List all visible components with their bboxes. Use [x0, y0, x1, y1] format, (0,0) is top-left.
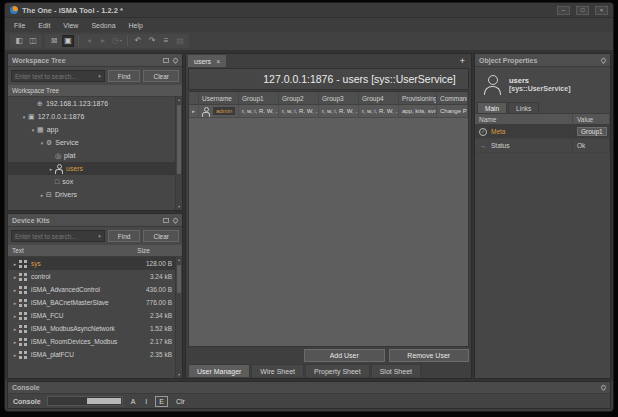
- group3-cell[interactable]: r, w, i, R, W, ...: [319, 105, 359, 117]
- expander-icon[interactable]: ▾: [20, 114, 28, 120]
- back-icon[interactable]: ◂: [83, 35, 95, 47]
- tree-node-users[interactable]: ▸ users: [8, 162, 175, 175]
- expander-icon[interactable]: ▸: [11, 326, 19, 332]
- expander-icon[interactable]: ▾: [29, 127, 37, 133]
- expander-icon[interactable]: ▸: [11, 287, 19, 293]
- forward-icon[interactable]: ▸: [97, 35, 109, 47]
- tab-user-manager[interactable]: User Manager: [188, 364, 250, 377]
- add-user-button[interactable]: Add User: [304, 349, 385, 362]
- device-kits-search-input[interactable]: [15, 233, 98, 240]
- scrollbar-thumb[interactable]: [177, 105, 181, 174]
- expander-icon[interactable]: ▸: [11, 339, 19, 345]
- username-column-header[interactable]: Username: [199, 92, 239, 104]
- remove-user-button[interactable]: Remove User: [389, 349, 470, 362]
- float-panel-icon[interactable]: [163, 58, 169, 63]
- kit-row-control[interactable]: ▸ control 3.24 kB: [8, 270, 175, 283]
- expander-icon[interactable]: ▾: [38, 140, 46, 146]
- meta-value-dropdown[interactable]: Group1: [577, 127, 607, 136]
- tree-node-plat[interactable]: ◎ plat: [8, 149, 175, 162]
- property-row-status[interactable]: →Status Ok: [475, 139, 610, 153]
- kit-row-advanced-control[interactable]: ▸ iSMA_AdvancedControl 436.00 B: [8, 283, 175, 296]
- tree-node-localhost[interactable]: ▾ ▣ 127.0.0.1:1876: [8, 110, 175, 123]
- group1-cell[interactable]: r, w, i, R, W, ...: [239, 105, 279, 117]
- expander-icon[interactable]: ▸: [11, 261, 19, 267]
- pin-icon[interactable]: [172, 56, 179, 63]
- group2-column-header[interactable]: Group2: [279, 92, 319, 104]
- menu-file[interactable]: File: [14, 22, 25, 29]
- minimize-button[interactable]: –: [557, 6, 570, 15]
- device-kits-clear-button[interactable]: Clear: [143, 230, 179, 242]
- tree-node-app[interactable]: ▾ ▦ app: [8, 123, 175, 136]
- expander-icon[interactable]: ▸: [47, 166, 55, 172]
- close-button[interactable]: ×: [595, 6, 608, 15]
- group2-cell[interactable]: r, w, i, R, W, ...: [279, 105, 319, 117]
- property-row-meta[interactable]: ✓Meta Group1: [475, 125, 610, 139]
- provisioning-column-header[interactable]: Provisioning...: [399, 92, 437, 104]
- tab-slot-sheet[interactable]: Slot Sheet: [371, 364, 421, 377]
- add-tab-button[interactable]: +: [456, 55, 469, 67]
- redo-icon[interactable]: ↷: [146, 35, 158, 47]
- commands-column-header[interactable]: Commands: [437, 92, 468, 104]
- expander-icon[interactable]: ▸: [11, 274, 19, 280]
- menu-edit[interactable]: Edit: [38, 22, 50, 29]
- kit-row-room-devices[interactable]: ▸ iSMA_RoomDevices_Modbus 2.17 kB: [8, 335, 175, 348]
- list-icon[interactable]: ≡: [160, 35, 172, 47]
- device-kits-scrollbar[interactable]: ▴ ▾: [175, 257, 182, 378]
- menu-help[interactable]: Help: [129, 22, 143, 29]
- pin-icon[interactable]: [172, 216, 179, 223]
- tab-main[interactable]: Main: [477, 102, 507, 113]
- workspace-tree-clear-button[interactable]: Clear: [143, 70, 179, 82]
- console-info-button[interactable]: I: [143, 396, 149, 407]
- pin-icon[interactable]: [600, 384, 607, 391]
- console-clear-button[interactable]: Clr: [174, 396, 187, 407]
- expander-icon[interactable]: ▸: [11, 352, 19, 358]
- group1-column-header[interactable]: Group1: [239, 92, 279, 104]
- scroll-down-icon[interactable]: ▾: [178, 372, 180, 378]
- scrollbar-thumb[interactable]: [177, 265, 181, 293]
- tab-links[interactable]: Links: [508, 102, 539, 113]
- menu-view[interactable]: View: [63, 22, 78, 29]
- kit-row-platfcu[interactable]: ▸ iSMA_platFCU 2.35 kB: [8, 348, 175, 361]
- float-panel-icon[interactable]: [163, 218, 169, 223]
- user-row-admin[interactable]: ▸ admin r, w, i, R, W, ... r, w, i, R, W…: [189, 105, 468, 118]
- group4-column-header[interactable]: Group4: [359, 92, 399, 104]
- kit-row-modbus-async[interactable]: ▸ iSMA_ModbusAsyncNetwork 1.52 kB: [8, 322, 175, 335]
- console-all-button[interactable]: A: [129, 396, 138, 407]
- new-view-icon[interactable]: ◫: [27, 35, 39, 47]
- workspace-tree-scrollbar[interactable]: ▴ ▾: [175, 97, 182, 210]
- kit-row-bacnet[interactable]: ▸ iSMA_BACnetMasterSlave 776.00 B: [8, 296, 175, 309]
- undo-icon[interactable]: ↶: [132, 35, 144, 47]
- search-dropdown-icon[interactable]: ▾: [98, 73, 101, 79]
- kit-row-fcu[interactable]: ▸ iSMA_FCU 2.34 kB: [8, 309, 175, 322]
- workspace-tree-search-box[interactable]: ▾: [11, 70, 105, 82]
- tab-wire-sheet[interactable]: Wire Sheet: [251, 364, 304, 377]
- expander-icon[interactable]: ▸: [11, 313, 19, 319]
- group3-column-header[interactable]: Group3: [319, 92, 359, 104]
- workspace-tree-find-button[interactable]: Find: [108, 70, 141, 82]
- workspace-tree-search-input[interactable]: [15, 73, 98, 80]
- tree-node-sox[interactable]: □ sox: [8, 175, 175, 188]
- connect-icon[interactable]: ▣: [62, 35, 74, 47]
- device-kits-find-button[interactable]: Find: [108, 230, 141, 242]
- username-cell[interactable]: admin: [199, 105, 239, 117]
- history-icon[interactable]: ◷▾: [111, 35, 123, 47]
- expander-icon[interactable]: ▸: [11, 300, 19, 306]
- disconnect-icon[interactable]: ⊠: [48, 35, 60, 47]
- tree-node-service[interactable]: ▾ ⚙ Service: [8, 136, 175, 149]
- pin-icon[interactable]: [600, 56, 607, 63]
- print-icon[interactable]: ▤: [174, 35, 186, 47]
- device-kits-search-box[interactable]: ▾: [11, 230, 105, 242]
- search-dropdown-icon[interactable]: ▾: [98, 233, 101, 239]
- tab-users[interactable]: users ×: [188, 55, 226, 67]
- console-error-button[interactable]: E: [155, 396, 168, 407]
- name-column-header[interactable]: Name: [475, 114, 573, 124]
- tree-node-drivers[interactable]: ▸ ⊟ Drivers: [8, 188, 175, 201]
- change-password-button[interactable]: Change Passw...: [437, 105, 468, 117]
- tab-close-icon[interactable]: ×: [216, 58, 220, 65]
- group4-cell[interactable]: r, w, i, R, W, ...: [359, 105, 399, 117]
- maximize-button[interactable]: □: [576, 6, 589, 15]
- kit-row-sys[interactable]: ▸ sys 128.00 B: [8, 257, 175, 270]
- expander-icon[interactable]: ▸: [38, 192, 46, 198]
- tree-node-remote-host[interactable]: ⊕ 192.168.1.123:1876: [8, 97, 175, 110]
- tab-property-sheet[interactable]: Property Sheet: [305, 364, 370, 377]
